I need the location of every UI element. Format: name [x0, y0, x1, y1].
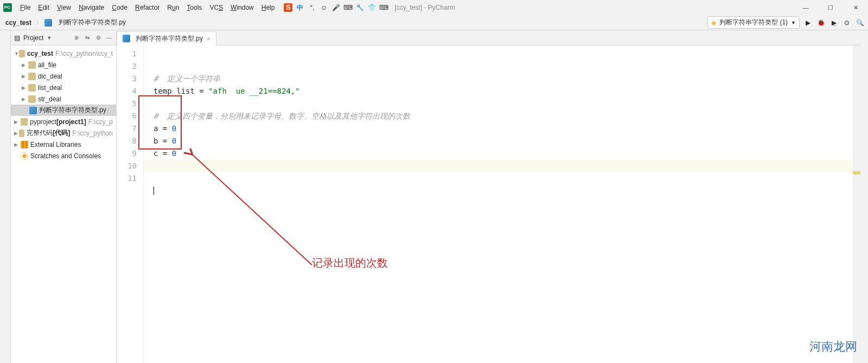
tree-folder[interactable]: ▶all_file: [11, 59, 116, 70]
right-gutter: [860, 30, 868, 363]
code-line: c = 0: [154, 149, 176, 158]
run-config-label: 判断字符串字符类型 (1): [719, 18, 788, 27]
run-config-selector[interactable]: ◆ 判断字符串字符类型 (1) ▼: [707, 16, 800, 29]
breadcrumb-separator: 〉: [36, 18, 42, 27]
menu-bar: File Edit View Navigate Code Refactor Ru…: [0, 0, 868, 15]
project-tree: ▼ccy_testF:\ccy_python\ccy_t ▶all_file ▶…: [11, 46, 116, 164]
ime-softkey-icon[interactable]: ⌨: [379, 3, 388, 12]
minimize-button[interactable]: —: [793, 0, 818, 15]
code-line: # 定义四个变量，分别用来记录字母、数字、空格以及其他字符出现的次数: [154, 112, 410, 120]
annotation-text: 记录出现的次数: [312, 257, 388, 269]
code-line: [154, 186, 154, 195]
close-tab-icon[interactable]: ✕: [206, 36, 210, 42]
code-line: temp_list = "afh ue __21==824,": [154, 87, 300, 95]
code-line: # 定义一个字符串: [154, 74, 220, 83]
menu-view[interactable]: View: [53, 0, 75, 15]
tree-project[interactable]: ▶pyproject [project1]F:\ccy_p: [11, 116, 116, 127]
panel-title[interactable]: Project: [23, 34, 43, 42]
menu-vcs[interactable]: VCS: [206, 0, 227, 15]
scroll-map[interactable]: [853, 46, 860, 363]
project-tool-icon: ▤: [14, 34, 20, 42]
menu-window[interactable]: Window: [227, 0, 258, 15]
maximize-button[interactable]: ☐: [818, 0, 843, 15]
ime-bar: S 中 °, ☺ 🎤 ⌨ 🔧 👕 ⌨: [284, 3, 388, 12]
breadcrumb-file[interactable]: 判断字符串字符类型.py: [56, 17, 128, 28]
scroll-mark: [853, 171, 860, 174]
editor-tabs: 判断字符串字符类型.py ✕: [117, 30, 860, 46]
code-line: [154, 99, 158, 108]
code-line: b = 0: [154, 137, 176, 145]
menu-run[interactable]: Run: [163, 0, 183, 15]
project-panel: ▤ Project ▼ ⊕ ⇆ ⚙ — ▼ccy_testF:\ccy_pyth…: [11, 30, 117, 363]
menu-tools[interactable]: Tools: [183, 0, 206, 15]
ime-keyboard-icon[interactable]: ⌨: [343, 3, 352, 12]
tree-folder[interactable]: ▶str_deal: [11, 93, 116, 105]
python-file-icon: [123, 35, 130, 42]
panel-gear-icon[interactable]: ⚙: [94, 34, 102, 42]
debug-button[interactable]: 🐞: [816, 18, 826, 28]
ime-emoji-icon[interactable]: ☺: [320, 3, 328, 12]
python-file-icon: [44, 19, 52, 27]
editor: 判断字符串字符类型.py ✕ 1234567891011 # 定义一个字符串 t…: [117, 30, 860, 363]
window-title: [ccy_test] - PyCharm: [394, 4, 455, 11]
nav-bar: ccy_test 〉 判断字符串字符类型.py ◆ 判断字符串字符类型 (1) …: [0, 15, 868, 30]
tree-file-active[interactable]: 判断字符串字符类型.py: [11, 105, 116, 116]
panel-hide-icon[interactable]: —: [105, 34, 113, 42]
menu-file[interactable]: File: [16, 0, 34, 15]
code-content[interactable]: # 定义一个字符串 temp_list = "afh ue __21==824,…: [144, 46, 853, 363]
panel-dropdown-icon[interactable]: ▼: [47, 35, 52, 41]
dropdown-icon: ▼: [791, 20, 796, 25]
breadcrumb-root[interactable]: ccy_test: [3, 18, 34, 28]
tree-scratches[interactable]: Scratches and Consoles: [11, 150, 116, 161]
menu-help[interactable]: Help: [258, 0, 279, 15]
editor-tab[interactable]: 判断字符串字符类型.py ✕: [117, 31, 216, 46]
menu-refactor[interactable]: Refactor: [131, 0, 163, 15]
ime-shirt-icon[interactable]: 👕: [367, 3, 376, 12]
current-line-highlight: [144, 160, 853, 172]
panel-collapse-icon[interactable]: ⇆: [84, 34, 91, 42]
menu-navigate[interactable]: Navigate: [75, 0, 108, 15]
search-button[interactable]: 🔍: [855, 18, 865, 28]
caret: [154, 186, 154, 195]
ime-mode-icon[interactable]: 中: [296, 3, 304, 12]
code-line: [154, 199, 158, 208]
panel-target-icon[interactable]: ⊕: [73, 34, 80, 42]
left-gutter[interactable]: [0, 30, 11, 363]
tree-folder[interactable]: ▶list_deal: [11, 82, 116, 93]
code-line: [154, 174, 158, 183]
line-gutter: 1234567891011: [117, 46, 144, 363]
coverage-button[interactable]: ▶̤: [829, 18, 839, 28]
sogou-icon[interactable]: S: [284, 3, 292, 12]
profiler-button[interactable]: ⊙: [842, 18, 852, 28]
tab-label: 判断字符串字符类型.py: [136, 34, 203, 43]
menu-edit[interactable]: Edit: [34, 0, 53, 15]
run-button[interactable]: ▶: [803, 18, 813, 28]
tree-project[interactable]: ▶完整代码 [代码]F:\ccy_python: [11, 127, 116, 139]
watermark: 河南龙网: [809, 339, 857, 355]
app-icon: [3, 3, 12, 12]
ime-mic-icon[interactable]: 🎤: [331, 3, 340, 12]
code-line: a = 0: [154, 124, 176, 133]
ime-punct-icon[interactable]: °,: [308, 3, 316, 12]
ime-tool-icon[interactable]: 🔧: [355, 3, 364, 12]
tree-root[interactable]: ▼ccy_testF:\ccy_python\ccy_t: [11, 48, 116, 59]
tree-external-libs[interactable]: ▶External Libraries: [11, 139, 116, 150]
tree-folder[interactable]: ▶dic_deal: [11, 70, 116, 82]
close-button[interactable]: ✕: [843, 0, 868, 15]
menu-code[interactable]: Code: [108, 0, 131, 15]
